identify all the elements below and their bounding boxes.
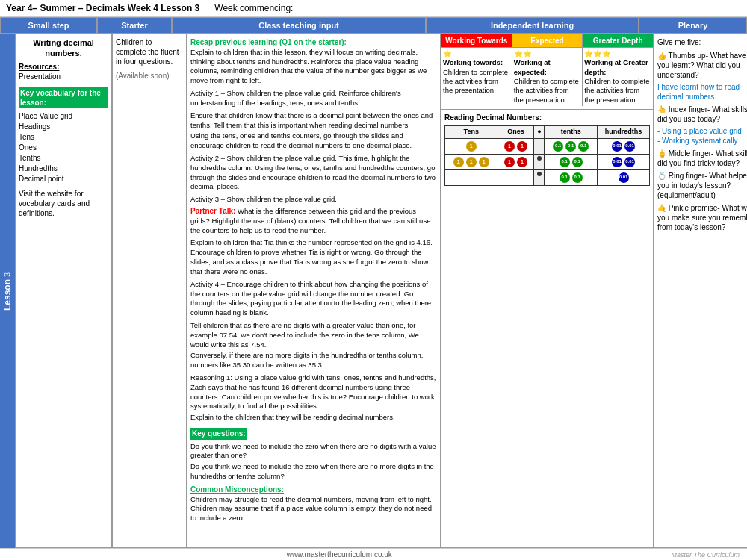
starter-text: Children to complete the fluent in four … [116,37,183,66]
reasoning-title: Reasoning 1: Using a place value grid wi… [190,373,437,411]
decimal-dot [537,156,542,161]
common-misconceptions-badge: Common Misconceptions: [190,485,284,494]
plenary-index-blue: - Using a place value grid - Working sys… [657,126,747,146]
indep-header-row: Working Towards Expected Greater Depth [441,34,653,48]
activity1-title: Activity 1 – Show children the place val… [190,89,437,108]
pv-cell [534,138,545,154]
counter-yellow: 1 [479,157,489,167]
counter-red: 1 [517,157,527,167]
pv-cell: 0.1 0.1 [545,169,598,185]
col-header-plenary: Plenary [639,17,747,34]
vocab-item: Decimal point [19,174,108,184]
indep-body: ⭐ Working towards: Children to complete … [441,48,653,106]
wt-body-col: ⭐ Working towards: Children to complete … [441,48,512,106]
small-step-title: Writing decimal numbers. [19,37,108,59]
pv-row-1: 1 1 1 [445,138,650,154]
gd-stars: ⭐⭐⭐ [584,49,651,58]
pv-cell: 1 1 1 [445,154,498,169]
pv-cell: 0.01 0.01 [598,154,650,169]
footer-logo: Master The Curriculum [671,551,740,559]
index-text: Index finger- What skills did you use to… [657,105,747,123]
counter-green: 0.1 [553,141,563,152]
pv-row-3: 0.1 0.1 0.01 [445,169,650,185]
thumb-text: Thumbs up- What have you learnt? What di… [657,52,746,79]
vocab-list: Place Value grid Headings Tens Ones Tent… [19,111,108,184]
exp-body: Children to complete the activities from… [514,77,581,105]
pv-cell: 0.01 0.01 [598,138,650,154]
plenary-middle: 🖕 Middle finger- What skills did you fin… [657,149,747,168]
gd-body-col: ⭐⭐⭐ Working at Greater depth: Children t… [583,48,653,106]
reading-section: Reading Decimal Numbers: Tens Ones ● ten… [441,109,653,189]
header: Year 4– Summer – Decimals Week 4 Lesson … [0,0,747,17]
decimal-dot [537,172,542,176]
vocab-item: Hundredths [19,164,108,174]
exp-body-col: ⭐⭐ Working at expected: Children to comp… [512,48,583,106]
small-step-column: Writing decimal numbers. Resources: Pres… [15,34,112,548]
resources-section: Resources: Presentation [19,62,108,81]
counter-yellow: 1 [466,141,477,152]
plenary-thumb: 👍 Thumbs up- What have you learnt? What … [657,51,747,80]
plenary-title: Give me five: [657,37,747,48]
partner-talk-label: Partner Talk: [190,207,235,215]
pinkie-text: Pinkie promise- What will you make sure … [657,204,747,231]
pinkie-icon: 🤙 [657,204,666,212]
key-q1: Do you think we need to include the zero… [190,442,437,461]
key-questions-label: Key questions: [190,426,437,442]
class-input-column: Recap previous learning (Q1 on the start… [187,34,441,548]
col-header-class: Class teaching input [172,17,426,34]
vocab-item: Headings [19,122,108,132]
partner-talk-para: Partner Talk: What is the difference bet… [190,206,437,235]
plenary-column: Give me five: 👍 Thumbs up- What have you… [654,34,747,548]
counter-green: 0.1 [565,141,576,152]
recap-body: Explain to children that in this lesson,… [190,48,437,86]
plenary-ring: 💍 Ring finger- What helped you in today'… [657,171,747,200]
pv-col-tenths: tenths [545,126,598,139]
counter-blue: 0.01 [612,141,622,152]
col-header-small-step: Small step [0,17,97,34]
key-vocab-label: Key vocabulary for the lesson: [19,87,108,108]
counter-green: 0.1 [572,172,583,183]
thumb-icon: 👍 [657,52,666,60]
pv-cell: 1 1 [498,138,534,154]
header-title: Year 4– Summer – Decimals Week 4 Lesson … [6,3,199,13]
activity4-body: Tell children that as there are no digit… [190,321,437,349]
counter-green: 0.1 [572,157,583,167]
col-header-starter: Starter [97,17,172,34]
pv-col-dot: ● [534,126,545,139]
lesson-label: Lesson 3 [0,34,15,548]
wt-header: Working Towards [441,34,512,47]
exp-header: Expected [512,34,583,47]
recap-heading: Recap previous learning (Q1 on the start… [190,37,437,48]
pv-col-hundredths: hundredths [598,126,650,139]
vocab-item: Place Value grid [19,111,108,122]
middle-text: Middle finger- What skills did you find … [657,149,747,167]
gd-sub: Working at Greater depth: [584,58,651,77]
starter-available: (Available soon) [116,71,183,81]
counter-yellow: 1 [453,157,464,167]
activity3-body: Explain to children that Tia thinks the … [190,238,437,276]
column-headers: Small step Starter Class teaching input … [0,17,747,34]
pv-cell [534,169,545,185]
common-misconceptions-label: Common Misconceptions: [190,485,437,495]
activity1-body2: Using the tens, ones and tenths counters… [190,131,437,151]
pv-cell: 0.1 0.1 0.1 [545,138,598,154]
pv-cell [498,169,534,185]
vocab-item: Tenths [19,153,108,164]
pv-col-ones: Ones [498,126,534,139]
counter-blue: 0.01 [624,157,635,167]
wt-stars: ⭐ [443,49,510,58]
activity4-body2: Conversely, if there are no more digits … [190,351,437,370]
recap-label: Recap previous learning (Q1 on the start… [190,38,347,46]
activity1-body: Ensure that children know that there is … [190,111,437,131]
vocab-item: Ones [19,143,108,153]
exp-stars: ⭐⭐ [514,49,581,58]
main-content: Lesson 3 Writing decimal numbers. Resour… [0,34,747,548]
pv-cell: 0.1 0.1 [545,154,598,169]
plenary-learnt-blue: I have learnt how to read decimal number… [657,82,747,102]
header-week: Week commencing: _______________________… [214,3,741,13]
key-questions-badge: Key questions: [190,428,247,440]
plenary-pinkie: 🤙 Pinkie promise- What will you make sur… [657,203,747,232]
wt-sub: Working towards: [443,58,510,67]
counter-blue: 0.01 [612,157,622,167]
page-wrapper: Year 4– Summer – Decimals Week 4 Lesson … [0,0,747,560]
